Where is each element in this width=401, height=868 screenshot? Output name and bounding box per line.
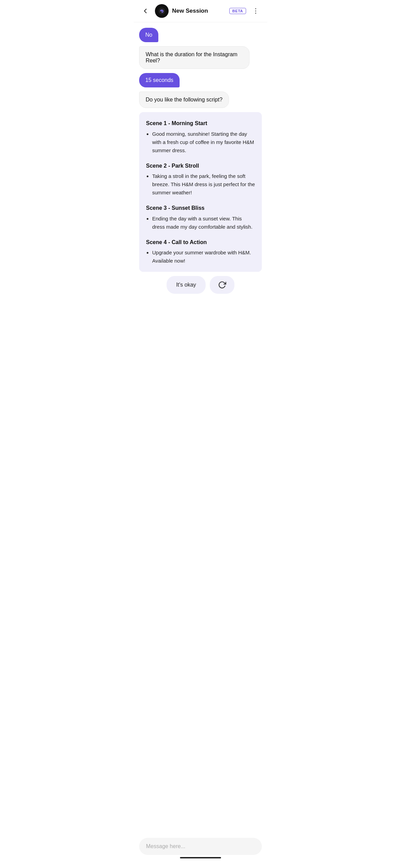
more-button[interactable]: [250, 5, 262, 17]
scene-4-text: Upgrade your summer wardrobe with H&M. A…: [152, 249, 255, 265]
chat-area: No What is the duration for the Instagra…: [134, 22, 267, 328]
avatar: [155, 4, 169, 18]
header: New Session BETA: [134, 0, 267, 22]
session-title: New Session: [172, 8, 226, 14]
svg-point-4: [255, 13, 256, 14]
bot-message-script-question: Do you like the following script?: [139, 92, 229, 108]
back-button[interactable]: [139, 5, 151, 17]
script-scene-2: Scene 2 - Park Stroll Taking a stroll in…: [146, 161, 255, 197]
scene-1-title: Scene 1 - Morning Start: [146, 119, 255, 128]
svg-point-1: [161, 10, 162, 12]
svg-point-3: [255, 11, 256, 12]
refresh-button[interactable]: [210, 276, 234, 294]
scene-3-text: Ending the day with a sunset view. This …: [152, 215, 255, 231]
beta-badge: BETA: [229, 8, 246, 14]
scene-2-title: Scene 2 - Park Stroll: [146, 161, 255, 170]
user-message-no: No: [139, 28, 158, 42]
bot-message-duration-question: What is the duration for the Instagram R…: [139, 46, 250, 69]
action-buttons-row: It's okay: [167, 276, 234, 294]
scene-2-text: Taking a stroll in the park, feeling the…: [152, 172, 255, 197]
scene-1-text: Good morning, sunshine! Starting the day…: [152, 130, 255, 155]
script-content-box: Scene 1 - Morning Start Good morning, su…: [139, 112, 262, 272]
okay-button[interactable]: It's okay: [167, 276, 206, 294]
scene-4-title: Scene 4 - Call to Action: [146, 238, 255, 247]
script-scene-3: Scene 3 - Sunset Bliss Ending the day wi…: [146, 204, 255, 231]
user-message-duration: 15 seconds: [139, 73, 180, 87]
svg-point-2: [255, 8, 256, 9]
script-scene-1: Scene 1 - Morning Start Good morning, su…: [146, 119, 255, 155]
script-scene-4: Scene 4 - Call to Action Upgrade your su…: [146, 238, 255, 265]
scene-3-title: Scene 3 - Sunset Bliss: [146, 204, 255, 213]
